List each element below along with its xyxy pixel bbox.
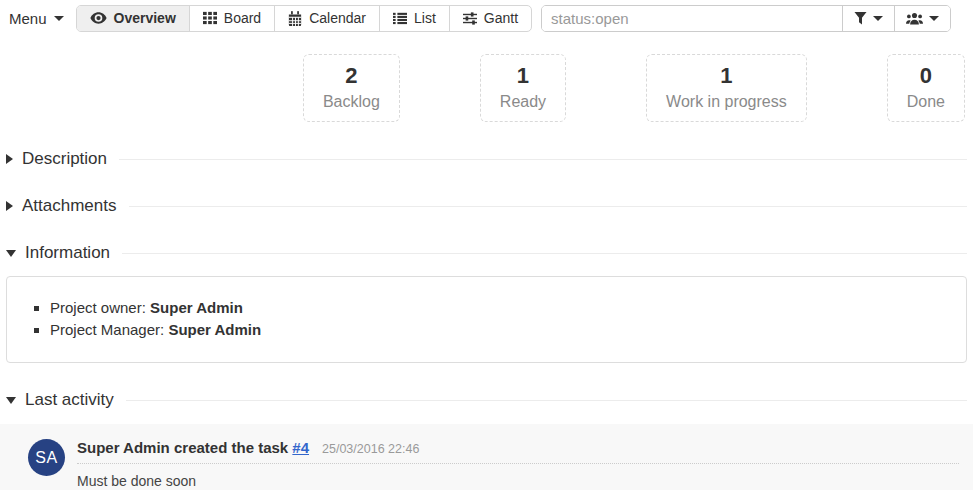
view-switcher: Overview Board Calendar List (76, 5, 533, 32)
section-title: Description (22, 149, 107, 169)
stat-label: Work in progress (666, 90, 787, 113)
activity-timestamp: 25/03/2016 22:46 (322, 442, 419, 456)
activity-title: Super Admin created the task #4 (77, 439, 309, 456)
stat-count: 0 (907, 62, 945, 90)
menu-label: Menu (9, 10, 47, 27)
column-stats: 2 Backlog 1 Ready 1 Work in progress 0 D… (0, 54, 965, 122)
section-divider (119, 159, 967, 160)
section-description: Description (6, 149, 967, 169)
section-last-activity-header[interactable]: Last activity (6, 390, 967, 410)
section-last-activity: Last activity SA Super Admin created the… (6, 390, 967, 490)
info-value: Super Admin (150, 299, 243, 316)
stat-ready: 1 Ready (480, 54, 566, 122)
tab-calendar[interactable]: Calendar (275, 6, 380, 31)
tab-overview[interactable]: Overview (77, 6, 190, 31)
project-overview-page: Menu Overview Board Calendar (0, 0, 973, 490)
tab-overview-label: Overview (114, 10, 176, 26)
section-description-header[interactable]: Description (6, 149, 967, 169)
stat-work-in-progress: 1 Work in progress (646, 54, 807, 122)
triangle-right-icon (6, 201, 13, 211)
section-information-header[interactable]: Information (6, 243, 967, 263)
eye-icon (90, 12, 107, 24)
stat-label: Backlog (323, 90, 380, 113)
gantt-sliders-icon (463, 12, 477, 25)
tab-list[interactable]: List (380, 6, 450, 31)
tab-calendar-label: Calendar (309, 10, 366, 26)
chevron-down-icon (929, 16, 939, 21)
activity-title-row: Super Admin created the task #4 25/03/20… (77, 439, 959, 464)
tab-gantt[interactable]: Gantt (450, 6, 531, 31)
main-content: Description Attachments Information Proj… (0, 149, 973, 490)
board-grid-icon (203, 11, 217, 25)
tab-board-label: Board (224, 10, 261, 26)
menu-dropdown[interactable]: Menu (9, 10, 64, 27)
stat-count: 1 (666, 62, 787, 90)
tab-board[interactable]: Board (190, 6, 275, 31)
avatar: SA (28, 439, 65, 476)
search-input[interactable] (542, 6, 842, 31)
information-panel: Project owner: Super Admin Project Manag… (6, 276, 967, 363)
topbar: Menu Overview Board Calendar (0, 0, 973, 33)
stat-backlog: 2 Backlog (303, 54, 400, 122)
calendar-icon (288, 11, 302, 26)
stat-done: 0 Done (887, 54, 965, 122)
users-group-icon (906, 12, 923, 25)
activity-description: Must be done soon (77, 473, 959, 489)
chevron-down-icon (54, 16, 64, 21)
filter-dropdown-button[interactable] (842, 6, 894, 31)
section-divider (126, 400, 967, 401)
information-list: Project owner: Super Admin Project Manag… (23, 297, 950, 341)
section-title: Information (25, 243, 110, 263)
section-title: Attachments (22, 196, 117, 216)
section-information: Information Project owner: Super Admin P… (6, 243, 967, 363)
list-icon (393, 12, 407, 25)
section-title: Last activity (25, 390, 114, 410)
list-item: Project Manager: Super Admin (50, 319, 950, 341)
list-item: Project owner: Super Admin (50, 297, 950, 319)
info-label: Project Manager: (50, 321, 164, 338)
task-link[interactable]: #4 (292, 439, 309, 456)
info-value: Super Admin (168, 321, 261, 338)
section-attachments-header[interactable]: Attachments (6, 196, 967, 216)
tab-gantt-label: Gantt (484, 10, 518, 26)
triangle-right-icon (6, 154, 13, 164)
triangle-down-icon (6, 397, 16, 404)
section-divider (129, 206, 968, 207)
search-group (541, 5, 951, 32)
triangle-down-icon (6, 250, 16, 257)
section-divider (122, 253, 967, 254)
activity-content: Super Admin created the task #4 25/03/20… (77, 439, 959, 490)
stat-count: 2 (323, 62, 380, 90)
stat-label: Ready (500, 90, 546, 113)
users-dropdown-button[interactable] (894, 6, 950, 31)
tab-list-label: List (414, 10, 436, 26)
chevron-down-icon (873, 16, 883, 21)
stat-label: Done (907, 90, 945, 113)
filter-funnel-icon (854, 12, 867, 25)
stat-count: 1 (500, 62, 546, 90)
info-label: Project owner: (50, 299, 146, 316)
section-attachments: Attachments (6, 196, 967, 216)
activity-event: SA Super Admin created the task #4 25/03… (0, 424, 973, 490)
